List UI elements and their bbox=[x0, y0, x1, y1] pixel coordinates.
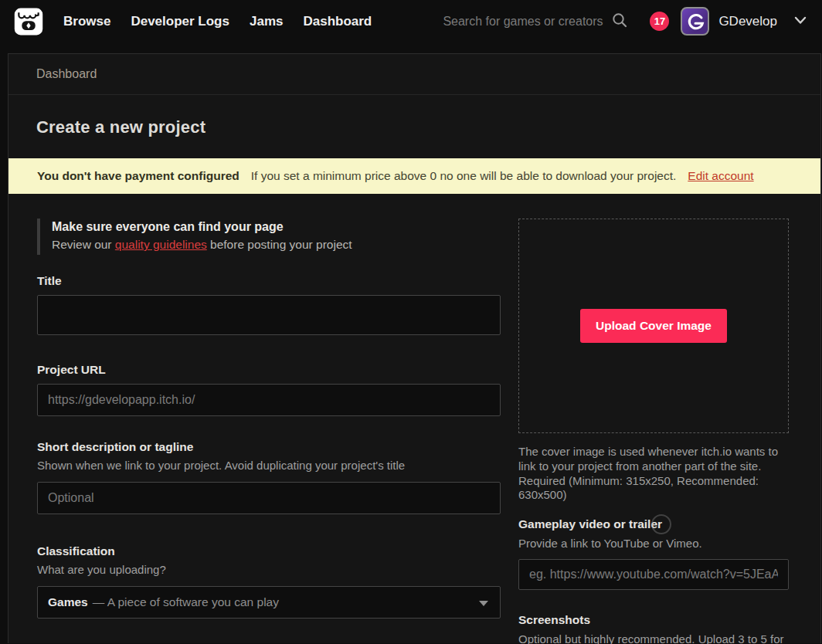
callout-text-post: before posting your project bbox=[207, 238, 352, 251]
screenshots-help: Optional but highly recommended. Upload … bbox=[518, 632, 789, 644]
classification-value: Games bbox=[48, 595, 88, 609]
upload-cover-button[interactable]: Upload Cover Image bbox=[580, 309, 727, 343]
title-input[interactable] bbox=[37, 295, 501, 335]
cover-upload-area: Upload Cover Image bbox=[518, 219, 789, 433]
project-url-input[interactable] bbox=[37, 384, 501, 416]
classification-label: Classification bbox=[37, 544, 501, 558]
project-url-label: Project URL bbox=[37, 363, 501, 377]
short-description-input[interactable] bbox=[37, 482, 501, 514]
classification-help: What are you uploading? bbox=[37, 562, 501, 577]
form-right-column: Upload Cover Image The cover image is us… bbox=[518, 219, 789, 644]
nav-links: Browse Developer Logs Jams Dashboard bbox=[63, 14, 372, 29]
itchio-logo[interactable] bbox=[14, 7, 43, 36]
title-label: Title bbox=[37, 274, 501, 288]
select-caret-icon bbox=[479, 601, 488, 606]
notification-badge[interactable]: 17 bbox=[650, 12, 669, 31]
quality-guidelines-link[interactable]: quality guidelines bbox=[115, 238, 207, 251]
short-description-help: Shown when we link to your project. Avoi… bbox=[37, 458, 501, 473]
gdevelop-logo-icon bbox=[685, 12, 705, 32]
classification-select[interactable]: Games — A piece of software you can play bbox=[37, 586, 501, 619]
main-panel: Dashboard Create a new project You don't… bbox=[8, 53, 821, 643]
search-input[interactable] bbox=[443, 15, 611, 29]
video-url-input[interactable] bbox=[518, 559, 789, 590]
nav-item-dashboard[interactable]: Dashboard bbox=[303, 14, 372, 29]
nav-item-jams[interactable]: Jams bbox=[250, 14, 283, 29]
top-nav: Browse Developer Logs Jams Dashboard 17 … bbox=[0, 0, 822, 42]
form-left-column: Make sure everyone can find your page Re… bbox=[37, 219, 501, 644]
callout-title: Make sure everyone can find your page bbox=[52, 220, 501, 234]
payment-warning-banner: You don't have payment configured If you… bbox=[8, 158, 820, 194]
username[interactable]: GDevelop bbox=[718, 14, 777, 29]
nav-item-browse[interactable]: Browse bbox=[63, 14, 110, 29]
classification-value-description: — A piece of software you can play bbox=[93, 595, 279, 609]
page-header: Create a new project bbox=[8, 95, 820, 158]
chevron-down-icon[interactable] bbox=[793, 12, 808, 31]
avatar[interactable] bbox=[681, 7, 709, 36]
form-content: Make sure everyone can find your page Re… bbox=[8, 194, 820, 644]
banner-bold-text: You don't have payment configured bbox=[37, 169, 239, 183]
breadcrumb[interactable]: Dashboard bbox=[36, 67, 97, 81]
cover-help-text: The cover image is used whenever itch.io… bbox=[518, 445, 789, 503]
screenshots-label: Screenshots bbox=[518, 613, 789, 627]
search-icon[interactable] bbox=[611, 12, 628, 32]
nav-item-developer-logs[interactable]: Developer Logs bbox=[131, 14, 229, 29]
short-description-label: Short description or tagline bbox=[37, 440, 501, 454]
quality-callout: Make sure everyone can find your page Re… bbox=[37, 219, 501, 255]
breadcrumb-bar: Dashboard bbox=[8, 54, 820, 95]
banner-text: If you set a minimum price above 0 no on… bbox=[251, 169, 677, 183]
callout-subtitle: Review our quality guidelines before pos… bbox=[52, 238, 501, 252]
edit-account-link[interactable]: Edit account bbox=[688, 169, 753, 183]
page-title: Create a new project bbox=[36, 117, 820, 137]
gameplay-video-label: Gameplay video or trailer bbox=[518, 517, 789, 531]
gameplay-video-help: Provide a link to YouTube or Vimeo. bbox=[518, 537, 789, 550]
nav-right: 17 GDevelop bbox=[443, 7, 808, 36]
callout-text-pre: Review our bbox=[52, 238, 115, 251]
